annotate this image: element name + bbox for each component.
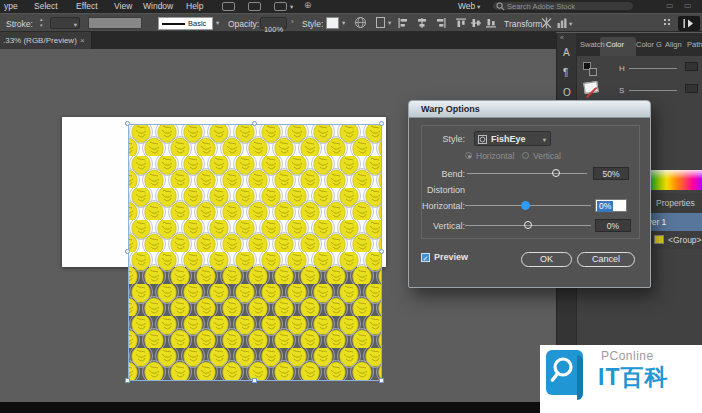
chevron-down-icon[interactable]: ▾ [342,19,345,27]
paragraph-panel-icon[interactable]: ¶ [563,67,568,78]
radio-vertical[interactable] [522,152,529,159]
selected-text: 0% [597,201,613,212]
selection-handle[interactable] [252,378,257,383]
close-icon[interactable]: × [80,32,85,49]
arrange-documents-icon[interactable] [274,2,287,11]
tab-color[interactable]: Color [606,33,624,56]
align-center-icon[interactable] [417,18,427,28]
dialog-title-bar[interactable]: Warp Options [409,101,650,118]
document-tab-bar: .33% (RGB/Preview) × [0,32,556,49]
bend-value-box[interactable]: 50% [593,167,629,180]
warp-style-dropdown[interactable]: FishEye ▾ [474,131,551,146]
panel-toggle-icon [683,19,695,28]
opacity-flyout-icon[interactable]: › [291,17,294,26]
none-color-swatch[interactable] [583,81,598,94]
style-label: Style: [302,18,323,30]
stroke-label: Stroke: [6,18,33,30]
selection-handle[interactable] [379,249,384,254]
selection-handle[interactable] [252,121,257,126]
hue-value-box[interactable] [685,62,698,71]
menu-window[interactable]: Window [143,0,173,13]
style-label: Style: [409,134,465,144]
radio-horizontal-label: Horizontal [476,151,514,161]
pconline-watermark: PConline IT百科 [540,345,702,413]
align-middle-icon[interactable] [471,18,481,28]
stroke-panel-icon[interactable]: O [563,87,571,98]
group-thumbnail [654,235,664,244]
magnifier-icon [550,356,578,388]
transform-label[interactable]: Transform [504,18,542,30]
stroke-swatch[interactable] [589,68,597,76]
panel-tab-bar: Swatch Color Color G Align Pathf [577,33,702,56]
document-setup-icon[interactable] [376,17,385,28]
warp-options-dialog: Warp Options Style: FishEye ▾ Horizontal… [408,100,651,288]
character-panel-icon[interactable]: A [563,47,570,58]
tab-swatches[interactable]: Swatch [580,33,605,56]
chevron-down-icon: ▾ [388,19,391,27]
workspace-switcher[interactable]: Web [458,0,475,13]
stroke-profile-box[interactable] [88,17,142,29]
cancel-button[interactable]: Cancel [577,252,635,267]
tab-align[interactable]: Align [665,33,682,56]
selection-bounding-box [128,124,382,381]
menu-type[interactable]: ype [4,0,18,13]
vertical-value-box[interactable]: 0% [595,219,631,232]
selection-handle[interactable] [379,378,384,383]
graph-options-icon[interactable] [557,18,567,28]
bend-label: Bend: [409,169,465,179]
brush-name: Basic [188,18,206,30]
menu-select[interactable]: Select [34,0,58,13]
stroke-preview-line [162,23,185,25]
selection-handle[interactable] [125,378,130,383]
stroke-weight-select[interactable]: ▾ [50,17,80,29]
stock-search-input[interactable] [492,1,634,11]
saturation-slider[interactable] [629,90,677,91]
selection-handle[interactable] [125,249,130,254]
app-bar-icon[interactable] [248,2,261,11]
align-left-icon[interactable] [398,18,408,28]
bend-slider-thumb[interactable] [552,169,560,177]
preview-label: Preview [434,252,468,262]
saturation-value-box[interactable] [685,84,698,93]
chevron-down-icon: ▾ [569,20,572,28]
radio-horizontal[interactable] [465,152,472,159]
chevron-down-icon[interactable]: ▾ [216,19,219,27]
bend-slider-track[interactable] [467,173,587,174]
distortion-label: Distortion [427,185,465,195]
app-bar-icon[interactable] [222,2,235,11]
menu-help[interactable]: Help [186,0,203,13]
vertical-slider-thumb[interactable] [524,221,532,229]
selection-handle[interactable] [125,121,130,126]
collapse-panels-icon[interactable]: « [560,34,564,41]
graphic-style-swatch[interactable] [326,17,339,29]
tab-pathfinder[interactable]: Pathf [687,33,702,56]
brush-definition-box[interactable]: Basic [158,17,213,30]
tab-properties[interactable]: Properties [656,198,695,208]
align-top-icon[interactable] [456,18,466,28]
horizontal-label: Horizontal: [409,201,465,211]
window-icon[interactable]: ▭ [684,1,692,10]
window-icon[interactable]: ▭ [666,1,674,10]
preview-checkbox[interactable]: ✓ [421,253,430,262]
selection-handle[interactable] [379,121,384,126]
menu-view[interactable]: View [114,0,132,13]
globe-icon[interactable] [354,16,367,29]
panel-toggle-button[interactable] [678,16,700,31]
chevron-down-icon: ▾ [477,3,480,11]
grid-dots-icon[interactable] [664,19,666,21]
document-tab[interactable]: .33% (RGB/Preview) × [0,32,92,49]
horizontal-slider-thumb[interactable] [521,201,530,210]
ok-button[interactable]: OK [521,252,572,267]
free-transform-icon[interactable] [541,17,552,29]
stroke-weight-stepper[interactable]: ▴▾ [40,16,43,28]
tab-color-guide[interactable]: Color G [636,33,662,56]
horizontal-value-input[interactable]: 0% [595,199,627,212]
hue-slider[interactable] [629,68,677,69]
menu-effect[interactable]: Effect [76,0,98,13]
align-bottom-icon[interactable] [486,18,496,28]
align-right-icon[interactable] [436,18,446,28]
app-home-icon[interactable]: ⊕ [304,0,312,10]
logo-title-text: IT百科 [598,362,668,393]
menu-bar: ype Select Effect View Window Help ▾ ⊕ W… [0,0,702,13]
document-tab-title: .33% (RGB/Preview) [3,32,77,49]
